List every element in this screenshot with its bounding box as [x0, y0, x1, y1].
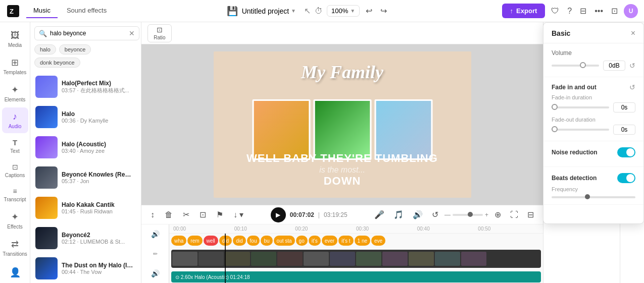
- svg-text:Z: Z: [10, 8, 14, 15]
- tag-halo[interactable]: halo: [34, 44, 56, 54]
- ratio-button[interactable]: ⊡ Ratio: [147, 24, 172, 42]
- track-item[interactable]: Halo(Perfect Mix) 03:57 · 在此格格格格格式...: [30, 72, 141, 102]
- sidebar-item-text[interactable]: T Text: [2, 134, 28, 158]
- play-button[interactable]: ▶: [271, 207, 286, 222]
- layout-icon[interactable]: ⊡: [609, 4, 620, 18]
- timeline-ruler: 00:00 00:10 00:20 00:30 00:40 00:50: [169, 224, 543, 234]
- cursor-icon[interactable]: ↖: [304, 6, 311, 16]
- track-item[interactable]: Beyoncé2 02:12 · LUMEMOB & St...: [30, 223, 141, 253]
- subtitle-chip[interactable]: eve: [371, 236, 385, 246]
- playhead[interactable]: [225, 234, 226, 283]
- tag-donk-beyonce[interactable]: donk beyonce: [34, 58, 80, 68]
- cut-tool-button[interactable]: ✂: [180, 208, 192, 221]
- search-input[interactable]: [50, 30, 126, 37]
- frequency-thumb[interactable]: [585, 194, 590, 199]
- export-button[interactable]: ↑ Export: [502, 4, 546, 18]
- subtitle-chip[interactable]: wha: [171, 236, 186, 246]
- more-options-icon[interactable]: •••: [592, 5, 605, 18]
- timer-icon[interactable]: ⏱: [315, 7, 323, 16]
- canvas-photo-2: [313, 99, 371, 160]
- subtitle-chip[interactable]: it's t: [338, 236, 353, 246]
- subtitle-chip[interactable]: well: [204, 236, 218, 246]
- sidebar-item-effects[interactable]: ✦ Effects: [2, 207, 28, 234]
- loop-button[interactable]: ↺: [429, 208, 441, 221]
- subtitle-chip[interactable]: it's: [309, 236, 321, 246]
- music-search-area: 🔍 ✕ ⊜: [30, 22, 141, 44]
- sidebar-item-transitions[interactable]: ⇄ Transitions: [2, 235, 28, 261]
- sidebar-item-media[interactable]: 🖼 Media: [2, 26, 28, 52]
- sidebar-item-transcript[interactable]: ≡ Transcript: [2, 183, 28, 206]
- frequency-slider-track[interactable]: [552, 196, 635, 198]
- volume-slider[interactable]: [552, 65, 599, 67]
- tab-sound-effects[interactable]: Sound effects: [60, 4, 114, 18]
- search-box[interactable]: 🔍 ✕: [34, 26, 139, 40]
- fade-out-slider[interactable]: [552, 129, 609, 131]
- fade-in-thumb[interactable]: [552, 104, 558, 110]
- avatar[interactable]: U: [624, 4, 638, 18]
- fade-out-thumb[interactable]: [552, 126, 558, 132]
- noise-reduction-toggle[interactable]: [617, 147, 635, 157]
- fade-in-slider[interactable]: [552, 106, 609, 108]
- app-logo[interactable]: Z: [6, 4, 20, 18]
- mic-button[interactable]: 🎤: [371, 208, 387, 221]
- sidebar-item-elements[interactable]: ✦ Elements: [2, 80, 28, 106]
- redo-button[interactable]: ↪: [378, 4, 389, 18]
- subtitle-chip[interactable]: bu: [261, 236, 272, 246]
- volume-left-2[interactable]: ✏: [141, 244, 169, 264]
- templates-icon: ⊞: [11, 57, 19, 68]
- sidebar-item-collab[interactable]: 👤: [2, 263, 28, 282]
- subtitle-chip[interactable]: did: [233, 236, 245, 246]
- fade-restore-icon[interactable]: ↺: [629, 83, 635, 91]
- canvas-viewport[interactable]: My Family WELL BABY THEY'RE TUMBLING is …: [141, 44, 543, 205]
- layers-icon[interactable]: ⊟: [578, 4, 588, 18]
- volume-thumb[interactable]: [580, 62, 586, 68]
- add-track-button[interactable]: ⊕: [491, 208, 504, 221]
- track-item[interactable]: The Dust on My Halo (Instrumental) 00:44…: [30, 253, 141, 283]
- subtitle-chip[interactable]: fou: [247, 236, 260, 246]
- voice-button[interactable]: 🔊: [410, 208, 426, 221]
- canvas-subtitle: WELL BABY THEY'RE TUMBLING is the most..…: [226, 152, 458, 188]
- track-info: Halo(Perfect Mix) 03:57 · 在此格格格格格式...: [62, 80, 136, 94]
- sidebar-item-captions[interactable]: ⊡ Captions: [2, 159, 28, 182]
- zoom-control[interactable]: 100% ▼: [327, 5, 360, 17]
- zoom-slider: — +: [444, 211, 488, 218]
- timeline-zoom-track[interactable]: [453, 214, 483, 216]
- subtitle-chip[interactable]: ever: [322, 236, 337, 246]
- volume-left-1[interactable]: 🔊: [141, 224, 169, 244]
- basic-panel-close-button[interactable]: ×: [631, 29, 635, 38]
- volume-left-3[interactable]: 🔊: [141, 263, 169, 283]
- subtitle-chip[interactable]: go: [296, 236, 308, 246]
- fullscreen-button[interactable]: ⛶: [507, 208, 521, 221]
- volume-slider-row: 0dB ↺: [552, 61, 635, 71]
- timeline-left-controls: 🔊 ✏ 🔊: [141, 224, 169, 283]
- audio-control-button[interactable]: 🎵: [390, 208, 407, 221]
- tab-music[interactable]: Music: [26, 4, 58, 18]
- marker-tool-button[interactable]: ⚑: [213, 208, 226, 221]
- sidebar-item-templates[interactable]: ⊞ Templates: [2, 53, 28, 79]
- project-name[interactable]: Untitled project ▼: [242, 7, 296, 15]
- track-item[interactable]: Halo Kakak Cantik 01:45 · Rusli Ridwan: [30, 193, 141, 223]
- delete-tool-button[interactable]: 🗑: [162, 208, 176, 221]
- sidebar-item-audio[interactable]: ♪ Audio: [2, 107, 28, 133]
- undo-button[interactable]: ↩: [364, 4, 374, 18]
- help-icon[interactable]: ?: [565, 5, 574, 18]
- main-body: 🖼 Media ⊞ Templates ✦ Elements ♪ Audio T…: [0, 22, 644, 283]
- track-item[interactable]: Halo (Acoustic) 03:40 · Amoy zee: [30, 132, 141, 162]
- download-tool-button[interactable]: ↓ ▾: [230, 208, 246, 221]
- subtitle-chip[interactable]: 1 ne: [355, 236, 370, 246]
- track-item[interactable]: Beyoncé Knowles (Remix) 05:37 · Jon: [30, 162, 141, 193]
- canvas-photos: [252, 99, 432, 160]
- clear-search-icon[interactable]: ✕: [129, 29, 135, 37]
- track-item[interactable]: Halo 00:36 · Dy Kamylle: [30, 102, 141, 132]
- beats-detection-toggle[interactable]: [617, 173, 635, 183]
- audio-icon: ♪: [13, 111, 17, 122]
- subtitle-chip[interactable]: rem: [187, 236, 202, 246]
- split-tool-button[interactable]: ↕: [147, 208, 158, 221]
- layout-button[interactable]: ⊟: [524, 208, 537, 221]
- restore-icon[interactable]: ↺: [629, 62, 635, 70]
- tag-beyonce[interactable]: beyonce: [59, 44, 91, 54]
- track-info: Halo 00:36 · Dy Kamylle: [62, 110, 136, 124]
- crop-tool-button[interactable]: ⊡: [196, 208, 209, 221]
- subtitle-chip[interactable]: out sta: [274, 236, 295, 246]
- shield-icon[interactable]: 🛡: [549, 5, 561, 18]
